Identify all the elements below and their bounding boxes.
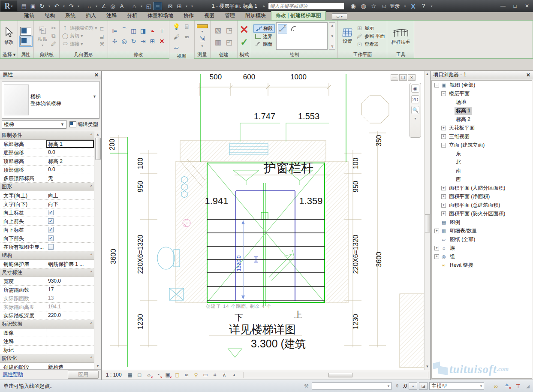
select-underlay-icon[interactable]: ≙ xyxy=(503,383,511,389)
collapse-chevron-icon[interactable]: ^ xyxy=(90,251,92,259)
create-group-icon[interactable]: ▧ xyxy=(215,26,221,34)
collapse-chevron-icon[interactable]: ^ xyxy=(90,354,92,362)
property-value[interactable]: 13 xyxy=(46,294,94,302)
property-group-header[interactable]: 标识数据^ xyxy=(0,320,94,329)
trim-extend-icon[interactable]: ⇥ xyxy=(141,38,146,45)
browser-tree-item[interactable]: +▦明细表/数量 xyxy=(432,226,532,235)
property-value[interactable]: 新构造 xyxy=(46,363,94,369)
move-icon[interactable]: ✢ xyxy=(112,38,117,45)
hscroll-thumb[interactable] xyxy=(328,373,352,377)
show-crop-region-icon[interactable]: ▢ xyxy=(174,371,181,379)
tree-expander-icon[interactable]: + xyxy=(441,211,446,216)
tree-item-label[interactable]: 面积平面 (人防分区面积) xyxy=(448,184,506,192)
tree-expander-icon[interactable]: + xyxy=(434,254,439,259)
browser-tree-item[interactable]: ▤图例 xyxy=(432,218,532,226)
steering-wheel-icon[interactable]: ◉ xyxy=(411,84,419,93)
gallery-up-icon[interactable]: ▲ xyxy=(331,24,334,27)
create-assembly-icon[interactable]: ▥ xyxy=(215,38,221,46)
ribbon-tab[interactable]: 协作 xyxy=(178,11,199,20)
rotate-icon[interactable]: ↻ xyxy=(131,38,136,45)
line-tool[interactable] xyxy=(278,24,287,33)
tree-expander-icon[interactable]: + xyxy=(441,134,446,139)
browser-tree-item[interactable]: −立面 (建筑立面) xyxy=(432,141,532,149)
measure-caret-icon[interactable]: ▾ xyxy=(202,30,203,33)
tree-item-label[interactable]: 标高 2 xyxy=(455,115,472,124)
canvas-vscrollbar[interactable]: ▲ ▼ xyxy=(424,71,430,370)
browser-tree-item[interactable]: ∞Revit 链接 xyxy=(432,261,532,269)
property-value[interactable] xyxy=(46,346,94,354)
close-button[interactable]: ✕ xyxy=(521,1,533,11)
tree-expander-icon[interactable]: + xyxy=(434,246,439,250)
tree-item-label[interactable]: 立面 (建筑立面) xyxy=(448,141,486,149)
save-icon[interactable]: ▣ xyxy=(29,2,37,10)
measure-caret-icon[interactable]: ▾ xyxy=(94,2,99,10)
ribbon-tab[interactable]: 管理 xyxy=(220,11,240,20)
browser-tree-item[interactable]: +三维视图 xyxy=(432,132,532,141)
lightbulb-icon[interactable]: 💡 xyxy=(173,23,180,30)
view-box-icon[interactable]: ▱ xyxy=(174,44,179,51)
text-icon[interactable]: A xyxy=(117,2,126,10)
status-toggle-1[interactable]: ▪ xyxy=(409,382,417,390)
exchange-apps-icon[interactable]: X xyxy=(409,2,418,10)
search-input[interactable] xyxy=(268,2,344,10)
worksets-select[interactable]: ▾ xyxy=(312,382,391,390)
2d-wheel-icon[interactable]: 2D xyxy=(411,95,419,103)
match-properties-icon[interactable]: 🖉 xyxy=(50,41,57,47)
property-group-header[interactable]: 阶段化^ xyxy=(0,354,94,363)
undo-caret-icon[interactable]: ▾ xyxy=(61,2,66,10)
vscroll-up-icon[interactable]: ▲ xyxy=(424,71,431,77)
detail-level-icon[interactable]: ▦ xyxy=(126,371,134,379)
type-properties-icon[interactable] xyxy=(20,27,31,36)
switch-windows-caret-icon[interactable]: ▾ xyxy=(184,2,189,10)
property-checkbox[interactable]: ✓ xyxy=(48,235,54,241)
down-label[interactable]: 下 xyxy=(235,313,243,322)
vscroll-down-icon[interactable]: ▼ xyxy=(424,363,431,370)
copy-icon[interactable]: ◎ xyxy=(121,38,126,45)
beam-joins-icon[interactable]: ⊒ xyxy=(99,33,105,39)
contextual-tab[interactable]: 修改 | 创建楼梯草图 xyxy=(271,11,326,20)
property-value[interactable]: 194.1 xyxy=(46,303,94,311)
property-checkbox[interactable] xyxy=(48,244,54,250)
up-label[interactable]: 上 xyxy=(294,310,302,320)
communication-center-icon[interactable]: ◍ xyxy=(359,2,368,10)
ribbon-tab[interactable]: 系统 xyxy=(60,11,81,20)
property-value[interactable]: 标高 2 xyxy=(46,157,94,165)
render-icon[interactable]: ⌸ xyxy=(185,23,188,30)
drawing-area[interactable]: 1320.0 5006001000 1.7471.553 20036001009… xyxy=(102,71,430,380)
redo-icon[interactable]: ↷ xyxy=(67,2,75,10)
tree-item-label[interactable]: 明细表/数量 xyxy=(449,227,478,235)
tree-item-label[interactable]: 视图 (全部) xyxy=(449,81,476,89)
collapse-chevron-icon[interactable]: ^ xyxy=(90,183,92,191)
open-icon[interactable]: ▤ xyxy=(20,2,28,10)
gallery-expand-icon[interactable]: ⊽ xyxy=(331,45,334,48)
browser-tree-item[interactable]: +面积平面 (净面积) xyxy=(432,192,532,201)
mirror-draw-axis-icon[interactable]: ◨ xyxy=(140,27,146,34)
tree-expander-icon[interactable]: + xyxy=(441,194,446,199)
temp-dim-value[interactable]: 1320.0 xyxy=(236,255,242,271)
browser-tree-item[interactable]: ▱图纸 (全部) xyxy=(432,235,532,244)
minimize-button[interactable]: — xyxy=(497,1,509,11)
tree-expander-icon[interactable]: − xyxy=(441,91,446,96)
tree-item-label[interactable]: 三维视图 xyxy=(448,133,471,141)
panel-title-select[interactable]: 选择 ▾ xyxy=(0,51,18,58)
property-value[interactable]: 0.0 xyxy=(46,148,94,157)
browser-tree-item[interactable]: −楼层平面 xyxy=(432,89,532,98)
copy-to-clipboard-icon[interactable]: ⧉ xyxy=(50,33,57,39)
select-links-icon[interactable]: ∞ xyxy=(492,383,500,389)
browser-tree-item[interactable]: +⌂族 xyxy=(432,244,532,252)
paste-button[interactable]: ⎗ 粘贴 ▾ xyxy=(36,25,49,48)
ribbon-tab[interactable]: 分析 xyxy=(122,11,142,20)
visual-style-icon[interactable]: ◻ xyxy=(136,371,143,379)
default-3d-view-icon[interactable]: ⌂ xyxy=(130,2,139,10)
customize-qat-icon[interactable]: ▾ xyxy=(190,2,195,10)
collapse-chevron-icon[interactable]: ^ xyxy=(90,320,92,328)
draw-riser-button[interactable]: 踢面 xyxy=(253,41,275,48)
cut-join-row[interactable]: ⊺连接端切割 ▾ xyxy=(62,25,97,31)
ribbon-tab[interactable]: 注释 xyxy=(101,11,122,20)
tree-item-label[interactable]: 族 xyxy=(449,244,456,252)
railing-button[interactable]: 栏杆扶手 xyxy=(389,27,412,46)
apply-button[interactable]: 应用 xyxy=(68,371,99,379)
draw-run-button[interactable]: 梯段 xyxy=(253,24,275,33)
browser-tree-item[interactable]: +面积平面 (人防分区面积) xyxy=(432,184,532,192)
collapse-chevron-icon[interactable]: ^ xyxy=(90,268,92,277)
